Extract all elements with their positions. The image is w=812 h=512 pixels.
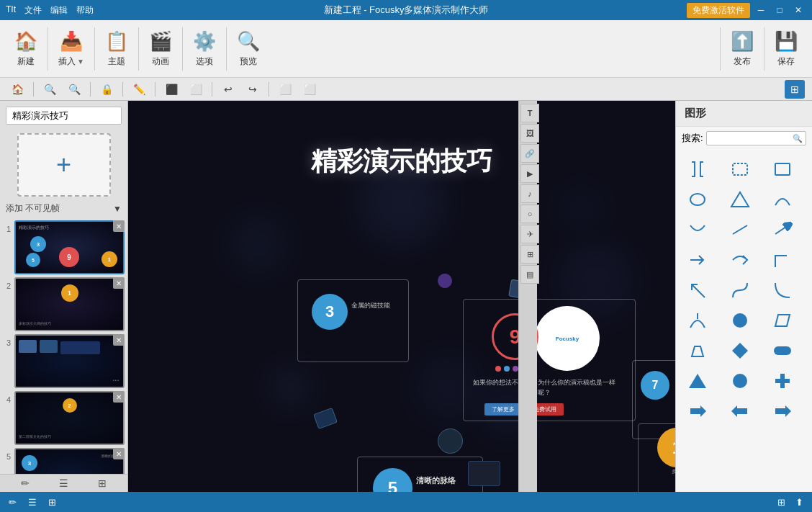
more-tool-btn[interactable]: ▤ bbox=[520, 265, 539, 284]
tb2-sep3 bbox=[122, 82, 123, 96]
right-panel: 图形 搜索: 🔍 bbox=[675, 101, 812, 492]
num-circle-3[interactable]: 3 bbox=[312, 294, 348, 330]
image-tool-btn[interactable]: 🖼 bbox=[520, 124, 539, 143]
edit-slide-icon[interactable]: ✏ bbox=[21, 477, 30, 489]
slide-close-3[interactable]: ✕ bbox=[113, 334, 125, 346]
canvas-btn-1[interactable]: 了解更多 bbox=[484, 403, 522, 416]
shape-corner[interactable] bbox=[767, 246, 798, 274]
text-tool-btn[interactable]: T bbox=[520, 104, 539, 122]
activation-button[interactable]: 免费激活软件 bbox=[687, 3, 750, 18]
bottom-list-btn[interactable]: ☰ bbox=[25, 497, 40, 508]
toolbar-new[interactable]: 🏠 新建 bbox=[7, 27, 45, 71]
shape-bracket[interactable] bbox=[682, 156, 713, 183]
plane-tool-btn[interactable]: ✈ bbox=[520, 225, 539, 243]
link-tool-btn[interactable]: 🔗 bbox=[520, 144, 539, 163]
slide-item-4[interactable]: 4 2 第二部第文化的技巧 ✕ bbox=[3, 391, 125, 445]
panel-toggle-btn[interactable]: ⊞ bbox=[785, 80, 805, 99]
select-btn[interactable]: ⬜ bbox=[275, 80, 295, 99]
shape-plus[interactable] bbox=[767, 367, 798, 395]
toolbar-publish[interactable]: ⬆️ 发布 bbox=[723, 27, 761, 71]
shape-triangle[interactable] bbox=[724, 186, 756, 213]
theme-label: 主题 bbox=[108, 55, 125, 68]
add-invisible-row[interactable]: 添加 不可见帧 ▼ bbox=[0, 199, 127, 217]
bottom-export-btn[interactable]: ⬆ bbox=[793, 497, 806, 508]
home-btn[interactable]: 🏠 bbox=[7, 80, 27, 99]
slide-close-5[interactable]: ✕ bbox=[113, 448, 125, 459]
close-button[interactable]: ✕ bbox=[790, 3, 806, 17]
canvas[interactable]: 精彩演示的技巧 Focusky 3 金属的磁技能 9 bbox=[128, 101, 675, 492]
undo-btn[interactable]: ↩ bbox=[218, 80, 238, 99]
num-circle-7[interactable]: 7 bbox=[641, 371, 669, 400]
video-tool-btn[interactable]: ▶ bbox=[520, 164, 539, 183]
shape-curve-down[interactable] bbox=[682, 216, 713, 243]
bottom-edit-btn[interactable]: ✏ bbox=[6, 497, 19, 508]
slide-item-1[interactable]: 1 精彩演示的技巧 3 9 5 1 ✕ bbox=[3, 220, 125, 274]
zoom-in-btn[interactable]: 🔍 bbox=[40, 80, 60, 99]
slide-thumb-4: 2 第二部第文化的技巧 bbox=[14, 391, 125, 445]
bottom-settings-btn[interactable]: ⊞ bbox=[775, 497, 788, 508]
list-icon[interactable]: ☰ bbox=[59, 477, 68, 489]
table-tool-btn[interactable]: ⊞ bbox=[520, 245, 539, 264]
shape-diamond[interactable] bbox=[724, 337, 756, 364]
slide-close-2[interactable]: ✕ bbox=[113, 277, 125, 289]
shape-ellipse[interactable] bbox=[682, 186, 713, 213]
shape-tool-btn[interactable]: ○ bbox=[520, 205, 539, 223]
canvas-area[interactable]: 精彩演示的技巧 Focusky 3 金属的磁技能 9 bbox=[128, 101, 675, 492]
shape-rect[interactable] bbox=[767, 156, 798, 183]
thumb1-circle5: 5 bbox=[26, 253, 40, 267]
toolbar-options[interactable]: ⚙️ 选项 bbox=[186, 27, 223, 71]
shape-arrow-right-filled[interactable] bbox=[682, 398, 713, 425]
shape-rounded-rect[interactable] bbox=[767, 337, 798, 364]
rect-btn[interactable]: ⬛ bbox=[161, 80, 181, 99]
main-toolbar: 🏠 新建 📥 插入 ▼ 📋 主题 🎬 动画 ⚙️ 选项 🔍 预览 ⬆️ 发布 💾… bbox=[0, 20, 812, 78]
add-frame-button[interactable]: + bbox=[17, 133, 111, 197]
slide-item-2[interactable]: 2 1 多彩演示大师的技巧 ✕ bbox=[3, 277, 125, 331]
music-tool-btn[interactable]: ♪ bbox=[520, 184, 539, 203]
shape-curve-s[interactable] bbox=[724, 277, 756, 304]
shape-circle-outline[interactable] bbox=[724, 367, 756, 395]
shape-line[interactable] bbox=[724, 216, 756, 243]
bottom-grid-btn[interactable]: ⊞ bbox=[45, 497, 59, 508]
expand-btn[interactable]: ⬜ bbox=[299, 80, 320, 99]
toolbar-preview[interactable]: 🔍 预览 bbox=[230, 27, 267, 71]
redo-btn[interactable]: ↪ bbox=[243, 80, 263, 99]
slide-item-3[interactable]: 3 • • • ✕ bbox=[3, 334, 125, 388]
menu-help[interactable]: 帮助 bbox=[76, 4, 94, 17]
shape-arrow-right[interactable] bbox=[767, 216, 798, 243]
menu-file[interactable]: 文件 bbox=[24, 4, 42, 17]
shape-arrow-special[interactable] bbox=[682, 307, 713, 334]
shape-arrow-diag[interactable] bbox=[682, 246, 713, 274]
grid-icon[interactable]: ⊞ bbox=[98, 477, 107, 489]
slide-close-1[interactable]: ✕ bbox=[113, 220, 125, 232]
toolbar-theme[interactable]: 📋 主题 bbox=[98, 27, 135, 71]
shape-arrow-upleft[interactable] bbox=[682, 277, 713, 304]
shape-circle-filled[interactable] bbox=[724, 307, 756, 334]
shape-parallelogram[interactable] bbox=[767, 307, 798, 334]
shape-search-input[interactable] bbox=[710, 133, 793, 143]
menu-edit[interactable]: 编辑 bbox=[50, 4, 68, 17]
minimize-button[interactable]: ─ bbox=[753, 3, 769, 17]
toolbar-save[interactable]: 💾 保存 bbox=[767, 27, 805, 71]
svg-rect-17 bbox=[775, 379, 790, 383]
shape-arrow-curve-right[interactable] bbox=[724, 246, 756, 274]
shape-triangle-filled[interactable] bbox=[682, 367, 713, 395]
maximize-button[interactable]: □ bbox=[772, 3, 788, 17]
tb2-sep6 bbox=[269, 82, 269, 96]
slide-item-5[interactable]: 5 3 清晰的脉络 ✕ bbox=[3, 448, 125, 474]
shape-dashed-rect[interactable] bbox=[724, 156, 756, 183]
menu-tit[interactable]: TIt bbox=[6, 4, 16, 17]
canvas-subtitle: 如果你的想法不一样，为什么你的演示稿也是一样呢？ bbox=[472, 378, 616, 398]
slide-close-4[interactable]: ✕ bbox=[113, 391, 125, 403]
crop-btn[interactable]: ⬜ bbox=[186, 80, 206, 99]
lock-btn[interactable]: 🔒 bbox=[96, 80, 117, 99]
zoom-out-btn[interactable]: 🔍 bbox=[64, 80, 84, 99]
toolbar-animation[interactable]: 🎬 动画 bbox=[142, 27, 179, 71]
pen-btn[interactable]: ✏️ bbox=[129, 80, 149, 99]
toolbar-insert[interactable]: 📥 插入 ▼ bbox=[51, 27, 91, 71]
shape-arrow-left-filled[interactable] bbox=[724, 398, 756, 425]
shape-arrow-rightalt-filled[interactable] bbox=[767, 398, 798, 425]
shape-arc[interactable] bbox=[767, 186, 798, 213]
shape-trapezoid[interactable] bbox=[682, 337, 713, 364]
shape-curve-j[interactable] bbox=[767, 277, 798, 304]
slide-name-input[interactable] bbox=[6, 107, 122, 125]
